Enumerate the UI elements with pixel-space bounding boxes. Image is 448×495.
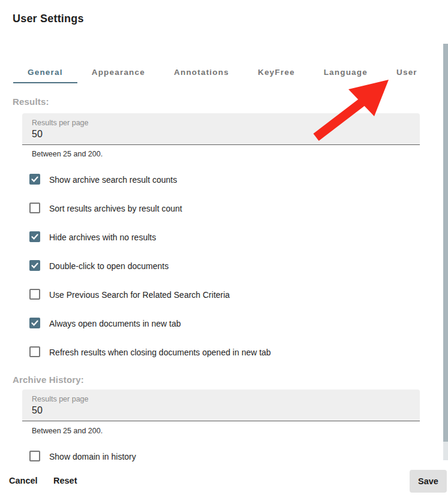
checkbox-row: Show archive search result counts [29, 174, 177, 185]
tab-appearance[interactable]: Appearance [77, 62, 160, 83]
checkmark-icon [31, 319, 39, 327]
checkbox-label[interactable]: Sort results archives by result count [49, 203, 182, 214]
checkbox-show-archive-search-result-counts[interactable] [29, 174, 40, 185]
input-value: 50 [32, 405, 43, 416]
checkbox-use-previous-search[interactable] [29, 289, 40, 300]
checkbox-label[interactable]: Use Previous Search for Related Search C… [49, 289, 230, 300]
checkmark-icon [31, 233, 39, 241]
checkbox-double-click-open[interactable] [29, 260, 40, 271]
checkmark-icon [31, 175, 39, 183]
results-per-page-input[interactable]: Results per page 50 [22, 113, 420, 145]
checkbox-row: Sort results archives by result count [29, 203, 182, 214]
tab-general[interactable]: General [13, 62, 77, 83]
checkbox-row: Use Previous Search for Related Search C… [29, 289, 230, 300]
checkbox-row: Hide archives with no results [29, 231, 156, 243]
history-results-per-page-input[interactable]: Results per page 50 [22, 390, 420, 421]
checkbox-label[interactable]: Always open documents in new tab [49, 318, 181, 329]
checkbox-label[interactable]: Refresh results when closing documents o… [49, 346, 271, 358]
checkbox-row: Double-click to open documents [29, 260, 169, 271]
input-label: Results per page [32, 395, 89, 403]
reset-button[interactable]: Reset [53, 476, 77, 485]
checkbox-row: Show domain in history [29, 451, 136, 462]
checkbox-refresh-results-on-close[interactable] [29, 346, 40, 357]
page-title: User Settings [13, 13, 84, 25]
user-settings-dialog: User Settings General Appearance Annotat… [0, 0, 448, 495]
scrollbar-thumb[interactable] [443, 44, 448, 442]
tab-annotations[interactable]: Annotations [160, 62, 243, 83]
checkbox-hide-archives-no-results[interactable] [29, 231, 40, 242]
checkbox-label[interactable]: Show domain in history [49, 451, 136, 462]
cancel-button[interactable]: Cancel [9, 476, 38, 485]
input-label: Results per page [32, 119, 89, 127]
tab-bar: General Appearance Annotations KeyFree L… [13, 62, 432, 83]
checkbox-row: Always open documents in new tab [29, 318, 181, 329]
checkbox-show-domain-in-history[interactable] [29, 451, 40, 461]
checkbox-label[interactable]: Hide archives with no results [49, 231, 156, 243]
checkbox-label[interactable]: Double-click to open documents [49, 260, 169, 271]
input-helper-text: Between 25 and 200. [32, 150, 103, 158]
input-value: 50 [32, 129, 43, 140]
checkmark-icon [31, 261, 39, 270]
archive-history-heading: Archive History: [13, 375, 84, 385]
save-button[interactable]: Save [410, 470, 447, 493]
checkbox-row: Refresh results when closing documents o… [29, 346, 271, 358]
input-helper-text: Between 25 and 200. [32, 427, 103, 435]
checkbox-always-open-new-tab[interactable] [29, 318, 40, 328]
checkbox-sort-results-archives[interactable] [29, 203, 40, 213]
checkbox-label[interactable]: Show archive search result counts [49, 174, 177, 185]
results-section-heading: Results: [13, 96, 49, 107]
tab-language[interactable]: Language [309, 62, 382, 83]
tab-user[interactable]: User [382, 62, 432, 83]
tab-keyfree[interactable]: KeyFree [243, 62, 309, 83]
